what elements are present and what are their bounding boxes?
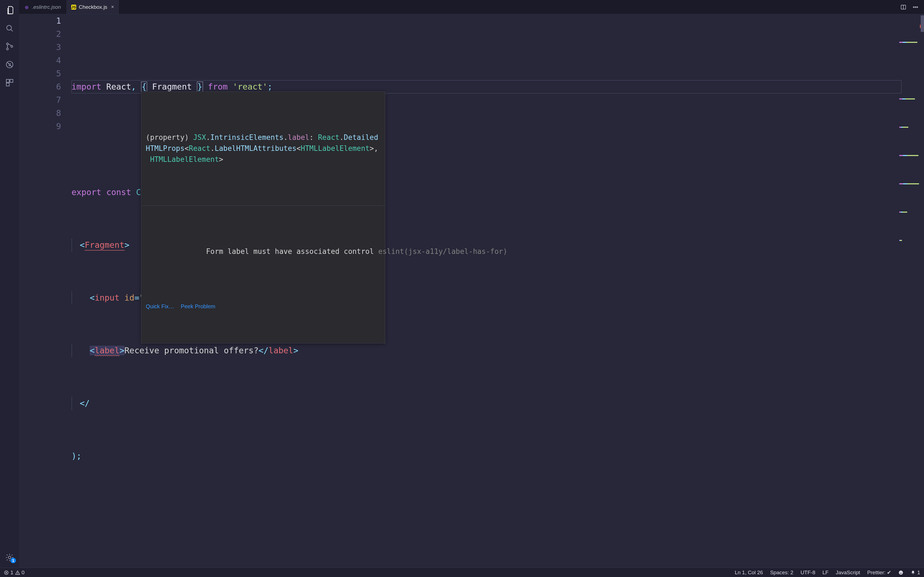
svg-point-12: [8, 556, 11, 559]
hover-tooltip: (property) JSX.IntrinsicElements.label: …: [141, 92, 385, 343]
status-eol[interactable]: LF: [822, 570, 829, 575]
source-control-icon[interactable]: [5, 41, 15, 52]
notifications-icon[interactable]: 1: [911, 570, 920, 575]
svg-point-3: [6, 48, 8, 50]
peek-problem-button[interactable]: Peek Problem: [181, 300, 215, 313]
svg-rect-11: [6, 83, 9, 86]
svg-point-22: [17, 574, 18, 574]
feedback-icon[interactable]: [898, 570, 903, 575]
svg-point-16: [915, 6, 916, 8]
svg-point-8: [10, 64, 11, 64]
more-icon[interactable]: [913, 4, 919, 10]
code-line[interactable]: [71, 502, 924, 516]
svg-point-0: [6, 25, 11, 30]
tab-eslintrc[interactable]: ◎ .eslintrc.json: [19, 0, 66, 14]
svg-line-1: [11, 29, 13, 31]
svg-point-17: [917, 6, 918, 8]
close-icon[interactable]: ×: [111, 4, 114, 10]
svg-line-6: [7, 62, 12, 67]
quick-fix-button[interactable]: Quick Fix…: [146, 300, 174, 313]
editor[interactable]: 1 2 3 4 5 6 7 8 9 import React, { Fragme…: [19, 14, 924, 568]
js-file-icon: JS: [71, 5, 76, 10]
settings-gear-icon[interactable]: 1: [5, 552, 15, 563]
svg-point-23: [899, 571, 903, 575]
settings-badge: 1: [10, 558, 16, 563]
json-file-icon: ◎: [24, 5, 29, 10]
status-prettier[interactable]: Prettier: ✔: [867, 569, 892, 575]
hover-problem: Form label must have associated control …: [141, 232, 385, 271]
status-spaces[interactable]: Spaces: 2: [770, 570, 793, 575]
svg-rect-10: [10, 79, 13, 82]
status-encoding[interactable]: UTF-8: [801, 570, 816, 575]
svg-point-2: [6, 43, 8, 45]
hover-signature: (property) JSX.IntrinsicElements.label: …: [141, 118, 385, 179]
activity-bar: 1: [0, 0, 19, 568]
tab-label: .eslintrc.json: [32, 4, 61, 10]
svg-point-15: [913, 6, 914, 8]
code-area[interactable]: import React, { Fragment } from 'react';…: [71, 14, 924, 568]
status-cursor[interactable]: Ln 1, Col 26: [735, 570, 763, 575]
explorer-icon[interactable]: [5, 5, 15, 15]
debug-icon[interactable]: [5, 60, 15, 70]
split-editor-icon[interactable]: [900, 4, 906, 10]
search-icon[interactable]: [5, 23, 15, 34]
status-language[interactable]: JavaScript: [836, 570, 860, 575]
code-line[interactable]: <label>Receive promotional offers?</labe…: [71, 344, 924, 357]
svg-point-4: [11, 46, 13, 48]
code-line[interactable]: </: [71, 397, 924, 410]
svg-point-7: [9, 64, 9, 64]
svg-point-25: [901, 572, 902, 572]
line-gutter: 1 2 3 4 5 6 7 8 9: [19, 14, 71, 568]
tab-label: Checkbox.js: [79, 4, 108, 10]
code-line[interactable]: );: [71, 450, 924, 463]
tab-checkbox-js[interactable]: JS Checkbox.js ×: [66, 0, 120, 14]
svg-point-24: [900, 572, 901, 572]
status-bar: 1 0 Ln 1, Col 26 Spaces: 2 UTF-8 LF Java…: [0, 568, 924, 577]
tab-bar: ◎ .eslintrc.json JS Checkbox.js ×: [19, 0, 924, 14]
svg-rect-9: [6, 79, 9, 82]
status-problems[interactable]: 1 0: [4, 570, 24, 575]
extensions-icon[interactable]: [5, 77, 15, 88]
